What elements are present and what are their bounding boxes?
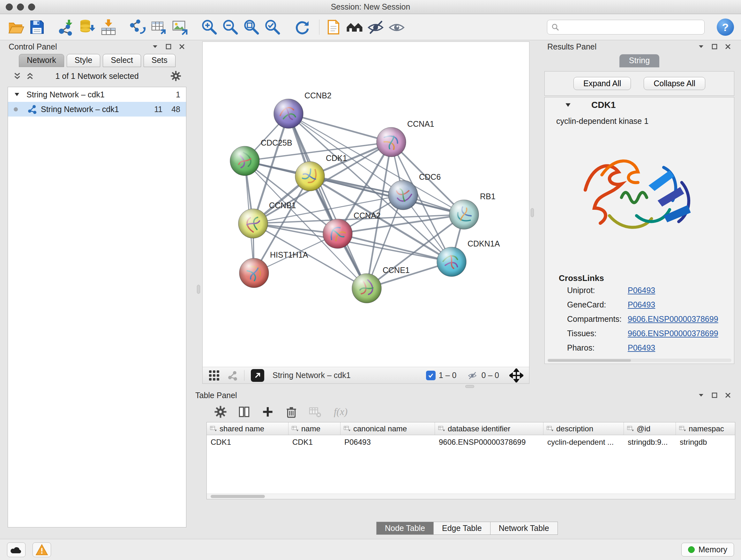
help-button[interactable]: ?	[717, 18, 734, 36]
network-edge[interactable]	[288, 114, 367, 288]
crosslink-link[interactable]: P06493	[628, 300, 655, 309]
table-panel-window-buttons	[697, 392, 731, 399]
entry-collapse-triangle-icon[interactable]	[564, 102, 571, 109]
table-cell[interactable]: cyclin-dependent ...	[543, 438, 624, 447]
tab-node-table[interactable]: Node Table	[376, 522, 434, 535]
column-header-shared-name[interactable]: shared name	[207, 422, 288, 435]
table-cell[interactable]: stringdb	[676, 438, 735, 447]
panel-collapse-icon[interactable]	[151, 43, 158, 50]
crosslink-link[interactable]: P06493	[628, 343, 655, 353]
column-header-name[interactable]: name	[288, 422, 340, 435]
panel-float-icon[interactable]	[165, 43, 172, 50]
delete-icon[interactable]	[285, 405, 298, 419]
table-cell[interactable]: CDK1	[207, 438, 288, 447]
panel-close-icon[interactable]	[724, 392, 731, 399]
panel-close-icon[interactable]	[724, 43, 731, 50]
import-network-icon[interactable]	[57, 18, 75, 36]
gear-icon[interactable]	[170, 70, 182, 82]
home-icon[interactable]	[346, 18, 363, 36]
hide-graphics-icon[interactable]	[367, 18, 385, 36]
columns-icon[interactable]	[238, 405, 251, 419]
column-header--id[interactable]: @id	[624, 422, 676, 435]
import-database-icon[interactable]	[78, 18, 96, 36]
refresh-view-icon[interactable]	[293, 18, 311, 36]
left-splitter-handle[interactable]	[197, 285, 200, 294]
function-builder-icon[interactable]: f(x)	[334, 406, 347, 418]
collapse-all-icon[interactable]	[13, 72, 21, 80]
panel-collapse-icon[interactable]	[697, 392, 704, 399]
network-node-CDKN1A[interactable]: CDKN1A	[437, 239, 500, 276]
table-cell[interactable]: 9606.ENSP00000378699	[435, 438, 543, 447]
column-header-canonical-name[interactable]: canonical name	[340, 422, 435, 435]
column-header-database-identifier[interactable]: database identifier	[435, 422, 543, 435]
zoom-in-icon[interactable]	[200, 18, 218, 36]
grid-view-icon[interactable]	[208, 370, 220, 381]
export-image-icon[interactable]	[171, 18, 189, 36]
table-cell[interactable]: stringdb:9...	[624, 438, 676, 447]
open-file-icon[interactable]	[7, 18, 25, 36]
tab-select[interactable]: Select	[103, 54, 141, 67]
zoom-out-icon[interactable]	[221, 18, 239, 36]
column-header-description[interactable]: description	[543, 422, 624, 435]
warnings-button[interactable]	[32, 543, 51, 557]
network-node-RB1[interactable]: RB1	[449, 192, 495, 229]
close-window-button[interactable]	[6, 3, 13, 10]
network-from-selection-icon[interactable]	[129, 18, 147, 36]
expand-all-icon[interactable]	[26, 72, 34, 80]
tab-style[interactable]: Style	[67, 54, 100, 67]
zoom-fit-icon[interactable]	[243, 18, 260, 36]
cloud-button[interactable]	[7, 543, 25, 557]
save-session-icon[interactable]	[28, 18, 46, 36]
import-table-icon[interactable]	[99, 18, 118, 36]
crosslink-link[interactable]: 9606.ENSP00000378699	[628, 314, 718, 324]
panel-close-icon[interactable]	[179, 43, 185, 50]
table-row[interactable]: CDK1CDK1P064939606.ENSP00000378699cyclin…	[207, 435, 735, 449]
clipboard-document-icon[interactable]	[325, 18, 342, 36]
add-row-icon[interactable]	[261, 405, 274, 419]
zoom-window-button[interactable]	[28, 3, 35, 10]
table-cell[interactable]: CDK1	[288, 438, 340, 447]
collapse-all-button[interactable]: Collapse All	[644, 77, 705, 90]
panel-float-icon[interactable]	[711, 43, 718, 50]
selected-checkbox-icon[interactable]	[426, 371, 435, 380]
tab-network[interactable]: Network	[19, 54, 64, 67]
tab-sets[interactable]: Sets	[144, 54, 176, 67]
clear-table-icon[interactable]	[308, 405, 322, 419]
memory-button[interactable]: Memory	[681, 543, 734, 557]
share-view-icon[interactable]	[227, 370, 238, 381]
crosslink-link[interactable]: 9606.ENSP00000378699	[628, 329, 718, 338]
tab-edge-table[interactable]: Edge Table	[433, 522, 490, 535]
birds-eye-view-button[interactable]	[251, 369, 264, 382]
network-table-icon[interactable]	[150, 18, 168, 36]
network-canvas[interactable]: CCNB2CCNA1CDC25BCDK1CDC6RB1CCNB1CCNA2CDK…	[203, 42, 530, 367]
zoom-selected-icon[interactable]	[264, 18, 281, 36]
network-node-HIST1H1A[interactable]: HIST1H1A	[239, 250, 308, 288]
fit-content-icon[interactable]	[509, 368, 523, 382]
panel-float-icon[interactable]	[711, 392, 718, 399]
tree-expand-controls	[13, 72, 34, 80]
table-cell[interactable]: P06493	[340, 438, 435, 447]
tab-network-table[interactable]: Network Table	[490, 522, 558, 535]
search-input[interactable]	[562, 23, 700, 32]
results-tab-string[interactable]: String	[619, 54, 659, 67]
minimize-window-button[interactable]	[17, 3, 24, 10]
network-node-CCNE1[interactable]: CCNE1	[352, 266, 410, 303]
column-header-namespac[interactable]: namespac	[676, 422, 735, 435]
protein-description: cyclin-dependent kinase 1	[545, 117, 734, 126]
table-settings-gear-icon[interactable]	[214, 405, 227, 419]
expand-all-button[interactable]: Expand All	[574, 77, 631, 90]
network-node-CCNB1[interactable]: CCNB1	[239, 201, 296, 238]
panel-collapse-icon[interactable]	[697, 43, 704, 50]
results-horizontal-scrollbar[interactable]	[547, 359, 731, 362]
right-splitter-handle[interactable]	[531, 208, 534, 217]
network-node-CCNA1[interactable]: CCNA1	[377, 119, 434, 157]
network-row[interactable]: String Network – cdk1 11 48	[8, 102, 186, 117]
show-graphics-icon[interactable]	[388, 18, 406, 36]
table-panel-title: Table Panel	[195, 391, 237, 400]
collapse-triangle-icon[interactable]	[14, 91, 20, 98]
bottom-splitter-handle[interactable]	[465, 385, 474, 388]
table-horizontal-scrollbar[interactable]	[207, 494, 735, 499]
hidden-eye-icon[interactable]	[467, 371, 478, 380]
crosslink-link[interactable]: P06493	[628, 286, 655, 295]
network-collection-row[interactable]: String Network – cdk1 1	[8, 87, 186, 102]
